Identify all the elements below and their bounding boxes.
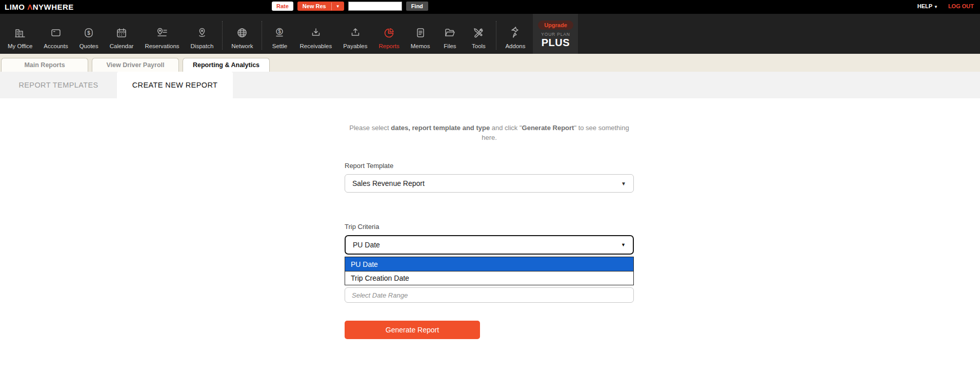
dropdown-option-pu-date[interactable]: PU Date [345, 257, 633, 271]
tools-icon [472, 25, 485, 41]
nav-item-addons[interactable]: Addons [499, 25, 531, 54]
chevron-down-icon: ▼ [621, 181, 626, 186]
nav-label: Accounts [44, 43, 68, 49]
new-res-button[interactable]: New Res ▼ [297, 2, 344, 11]
logo-accent-letter: Λ [27, 3, 33, 11]
nav-item-accounts[interactable]: Accounts [38, 25, 73, 54]
note-icon [414, 25, 427, 41]
reports-tab-bar: Main Reports View Driver Payroll Reporti… [0, 54, 980, 72]
nav-item-memos[interactable]: Memos [405, 25, 436, 54]
dropdown-option-trip-creation-date[interactable]: Trip Creation Date [345, 271, 633, 285]
main-icon-nav: My Office Accounts $ Quotes Calendar Res… [0, 14, 980, 54]
nav-label: Calendar [110, 43, 134, 49]
nav-item-dispatch[interactable]: Dispatch [185, 25, 219, 54]
globe-icon [236, 25, 248, 41]
instruction-text: Please select dates, report template and… [345, 123, 634, 142]
generate-report-button[interactable]: Generate Report [345, 321, 480, 339]
plan-name: PLUS [542, 37, 570, 48]
subtab-report-templates[interactable]: REPORT TEMPLATES [0, 72, 117, 98]
upgrade-button[interactable]: Upgrade [538, 20, 573, 30]
search-input[interactable] [348, 2, 402, 11]
chevron-down-icon[interactable]: ▼ [331, 3, 344, 10]
topbar-quick-actions: Rate New Res ▼ Find [272, 2, 428, 11]
nav-label: Reports [378, 43, 399, 49]
wallet-icon [50, 25, 62, 41]
map-pin-list-icon [155, 25, 169, 41]
top-bar: LIMO ΛNYWHERE Rate New Res ▼ Find HELP ▼… [0, 0, 980, 14]
topbar-right-links: HELP ▼ LOG OUT [917, 3, 974, 9]
nav-item-network[interactable]: Network [226, 25, 258, 54]
subtab-create-new-report[interactable]: CREATE NEW REPORT [117, 72, 233, 98]
nav-divider [222, 21, 223, 50]
find-button[interactable]: Find [406, 2, 428, 11]
nav-label: Settle [272, 43, 287, 49]
svg-text:$: $ [278, 29, 282, 34]
nav-item-reports[interactable]: Reports [373, 25, 405, 54]
nav-item-payables[interactable]: Payables [337, 25, 373, 54]
nav-item-reservations[interactable]: Reservations [139, 25, 185, 54]
nav-label: Dispatch [191, 43, 214, 49]
tab-main-reports[interactable]: Main Reports [1, 58, 88, 72]
nav-label: Addons [505, 43, 525, 49]
nav-item-calendar[interactable]: Calendar [104, 25, 139, 54]
dollar-square-icon: $ [83, 25, 95, 41]
tab-reporting-analytics[interactable]: Reporting & Analytics [183, 58, 270, 72]
nav-label: Files [444, 43, 456, 49]
new-res-label[interactable]: New Res [297, 2, 331, 11]
nav-label: Payables [343, 43, 367, 49]
logout-link[interactable]: LOG OUT [948, 3, 974, 9]
chevron-down-icon: ▼ [621, 242, 626, 247]
download-tray-icon [310, 25, 322, 41]
rate-button[interactable]: Rate [272, 2, 293, 11]
nav-label: Reservations [145, 43, 179, 49]
pie-chart-icon [383, 25, 395, 41]
nav-item-files[interactable]: Files [435, 25, 464, 54]
nav-label: Memos [411, 43, 430, 49]
nav-label: Tools [472, 43, 486, 49]
nav-divider [496, 21, 496, 50]
nav-item-settle[interactable]: $ Settle [265, 25, 294, 54]
nav-label: My Office [8, 43, 32, 49]
chevron-down-icon: ▼ [934, 5, 938, 9]
date-range-input[interactable] [345, 287, 634, 303]
trip-criteria-selected-value: PU Date [353, 241, 380, 249]
nav-label: Receivables [299, 43, 332, 49]
plan-caption: YOUR PLAN [541, 32, 570, 37]
location-pin-icon [196, 25, 208, 41]
calendar-icon [115, 25, 128, 41]
upload-tray-icon [349, 25, 362, 41]
analytics-subtab-bar: REPORT TEMPLATES CREATE NEW REPORT [0, 72, 980, 98]
create-report-panel: Please select dates, report template and… [0, 123, 980, 339]
folder-icon [444, 25, 456, 41]
trip-criteria-label: Trip Criteria [345, 223, 634, 231]
trip-criteria-dropdown-list: PU Date Trip Creation Date [345, 257, 634, 285]
nav-item-quotes[interactable]: $ Quotes [74, 25, 104, 54]
report-template-select[interactable]: Sales Revenue Report ▼ [345, 174, 634, 193]
tab-view-driver-payroll[interactable]: View Driver Payroll [92, 58, 179, 72]
svg-text:$: $ [87, 30, 90, 36]
trip-criteria-select[interactable]: PU Date ▼ [345, 235, 634, 255]
nav-item-receivables[interactable]: Receivables [294, 25, 337, 54]
report-template-selected-value: Sales Revenue Report [352, 179, 425, 187]
dollar-circle-icon: $ [273, 25, 286, 41]
nav-divider [262, 21, 262, 50]
limo-anywhere-logo: LIMO ΛNYWHERE [5, 3, 74, 11]
building-icon [14, 25, 26, 41]
nav-label: Network [231, 43, 253, 49]
nav-item-my-office[interactable]: My Office [2, 25, 38, 54]
nav-item-tools[interactable]: Tools [464, 25, 493, 54]
report-template-label: Report Template [345, 162, 634, 170]
plan-upgrade-panel: Upgrade YOUR PLAN PLUS [533, 14, 578, 54]
nav-label: Quotes [79, 43, 98, 49]
spark-icon [509, 25, 522, 41]
help-menu[interactable]: HELP ▼ [917, 3, 938, 9]
